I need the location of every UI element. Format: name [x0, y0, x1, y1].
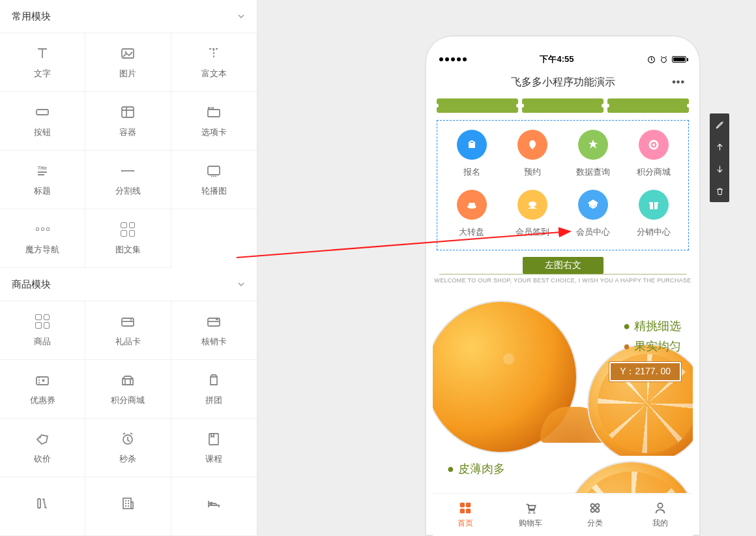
- status-bar: 下午4:55: [433, 50, 693, 69]
- tab-label: 购物车: [519, 518, 542, 529]
- svg-point-8: [121, 170, 123, 171]
- nav-item-1[interactable]: 预约: [502, 130, 562, 178]
- nav-item-4[interactable]: 大转盘: [441, 190, 502, 238]
- coupon-item[interactable]: [522, 98, 603, 113]
- nav-item-3[interactable]: 积分商城: [624, 130, 684, 178]
- tile-label: 富文本: [201, 68, 227, 80]
- tab-0[interactable]: 首页: [433, 494, 498, 536]
- nav-circle-icon: [578, 130, 608, 160]
- edit-button[interactable]: [710, 113, 729, 136]
- verifycard-icon: [205, 314, 223, 329]
- group-icon: [205, 372, 223, 388]
- tab-label: 分类: [587, 518, 603, 529]
- goods-tile-7[interactable]: 秒杀: [85, 419, 171, 477]
- svg-rect-36: [460, 509, 465, 513]
- collage-icon: [119, 222, 137, 237]
- goods-tile-2[interactable]: 核销卡: [171, 301, 257, 360]
- common-tile-7[interactable]: 分割线: [85, 151, 171, 209]
- tab-1[interactable]: 购物车: [498, 494, 563, 536]
- battery-icon: [672, 56, 686, 63]
- move-down-button[interactable]: [710, 158, 729, 180]
- nav-grid-selected[interactable]: 报名 预约 数据查询 积分商城 大转盘 会员签到 会员中心 分销中心: [437, 120, 689, 250]
- tile-label: 积分商城: [111, 395, 145, 406]
- svg-point-18: [40, 437, 41, 438]
- app-title-bar: 飞多多小程序功能演示 •••: [433, 69, 693, 95]
- coupon-item[interactable]: [607, 98, 689, 113]
- common-tile-5[interactable]: TAB 选项卡: [171, 92, 257, 151]
- section-header-common[interactable]: 常用模块: [0, 0, 257, 33]
- tile-label: 礼品卡: [115, 336, 141, 348]
- tile-label: 图片: [119, 68, 136, 80]
- title-icon: Title: [33, 163, 51, 179]
- section-title: 常用模块: [12, 10, 51, 23]
- svg-point-27: [652, 143, 655, 146]
- goods-tile-3[interactable]: 优惠券: [0, 360, 85, 419]
- bed-icon: [205, 496, 223, 511]
- chevron-down-icon: [237, 279, 245, 290]
- common-tile-1[interactable]: 图片: [85, 33, 171, 92]
- nav-circle-icon: [517, 190, 547, 220]
- goods-tile-4[interactable]: 积分商城: [85, 360, 171, 419]
- goods-tile-8[interactable]: 课程: [171, 419, 257, 477]
- flash-icon: [119, 431, 137, 447]
- nav-item-5[interactable]: 会员签到: [502, 190, 562, 238]
- delete-button[interactable]: [710, 180, 729, 202]
- svg-point-24: [662, 57, 667, 63]
- tile-label: 图文集: [115, 244, 141, 256]
- svg-point-42: [591, 509, 595, 513]
- goods-tile-10[interactable]: [85, 477, 171, 536]
- move-up-button[interactable]: [710, 136, 729, 158]
- section-header-goods[interactable]: 商品模块: [0, 268, 257, 301]
- nav-item-0[interactable]: 报名: [441, 130, 502, 178]
- common-tile-3[interactable]: 按钮: [0, 92, 85, 151]
- tab-icon: [653, 501, 667, 515]
- common-tile-9[interactable]: 魔方导航: [0, 209, 85, 268]
- svg-point-39: [533, 512, 535, 514]
- goods-tile-5[interactable]: 拼团: [171, 360, 257, 419]
- tile-label: 按钮: [34, 127, 51, 138]
- nav-label: 会员中心: [576, 226, 610, 238]
- product-bullets: ●精挑细选 ●果实均匀: [623, 316, 681, 356]
- svg-point-40: [591, 504, 595, 508]
- tab-label: 首页: [458, 518, 473, 529]
- text-icon: [33, 46, 51, 61]
- common-tile-2[interactable]: 富文本: [171, 33, 257, 92]
- lock-orientation-icon: [647, 55, 656, 64]
- svg-point-30: [529, 201, 536, 207]
- nav-item-6[interactable]: 会员中心: [563, 190, 624, 238]
- goods-tile-1[interactable]: 礼品卡: [85, 301, 171, 360]
- nav-item-7[interactable]: 分销中心: [624, 190, 684, 238]
- svg-point-38: [528, 512, 530, 514]
- svg-text:TAB: TAB: [209, 107, 214, 110]
- svg-rect-29: [469, 203, 475, 206]
- bottom-tabbar: 首页 购物车 分类 我的: [433, 493, 693, 536]
- tile-label: 优惠券: [30, 395, 55, 406]
- goods-icon: [33, 314, 51, 329]
- common-tile-8[interactable]: 轮播图: [171, 151, 257, 209]
- svg-rect-21: [123, 498, 131, 509]
- svg-rect-2: [36, 110, 48, 115]
- tab-icon: [588, 501, 602, 515]
- goods-tile-11[interactable]: [171, 477, 257, 536]
- status-right: [647, 55, 686, 64]
- nav-label: 会员签到: [516, 226, 549, 238]
- tab-2[interactable]: 分类: [563, 494, 628, 536]
- tab-3[interactable]: 我的: [628, 494, 693, 536]
- common-tile-4[interactable]: 容器: [85, 92, 171, 151]
- common-tile-0[interactable]: 文字: [0, 33, 85, 92]
- nav-item-2[interactable]: 数据查询: [563, 130, 624, 178]
- svg-point-43: [596, 509, 600, 513]
- common-tile-10[interactable]: 图文集: [85, 209, 171, 268]
- nav-circle-icon: [639, 130, 669, 160]
- goods-tile-9[interactable]: [0, 477, 85, 536]
- coupon-item[interactable]: [437, 98, 518, 113]
- goods-tile-0[interactable]: 商品: [0, 301, 85, 360]
- tab-icon: [458, 501, 472, 515]
- goods-tile-6[interactable]: 砍价: [0, 419, 85, 477]
- points-icon: [119, 372, 137, 388]
- more-icon[interactable]: •••: [672, 76, 685, 88]
- svg-point-15: [130, 319, 132, 320]
- svg-rect-34: [460, 503, 465, 507]
- common-tile-6[interactable]: Title 标题: [0, 151, 85, 209]
- components-panel: 常用模块 文字 图片 富文本 按钮 容器TAB 选项卡Title 标题 分割线: [0, 0, 257, 536]
